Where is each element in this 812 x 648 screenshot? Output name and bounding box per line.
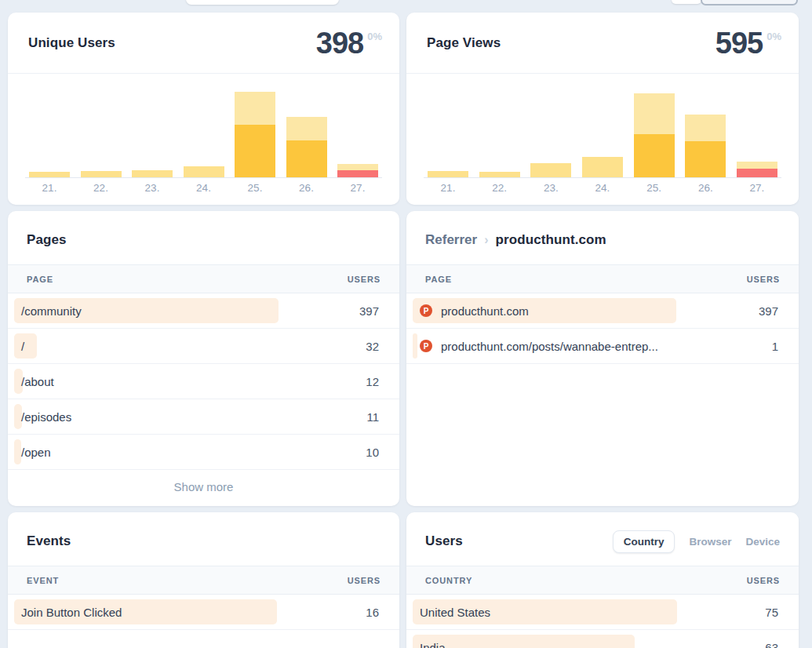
row-value: 1 bbox=[772, 340, 778, 353]
row-label: India bbox=[420, 641, 446, 648]
x-tick-label: 25. bbox=[634, 182, 675, 194]
bar-segment-amber bbox=[286, 140, 327, 178]
unique-users-header: Unique Users 398 0% bbox=[8, 13, 399, 74]
events-title: Events bbox=[27, 533, 71, 549]
row-value: 32 bbox=[366, 340, 379, 353]
bar-segment-light bbox=[184, 166, 224, 178]
x-tick-label: 24. bbox=[184, 182, 224, 194]
table-row[interactable]: /about12 bbox=[8, 364, 399, 399]
row-label: producthunt.com bbox=[441, 304, 529, 318]
chart-bar-27.[interactable] bbox=[337, 164, 378, 178]
pages-card: Pages PAGE USERS /community397/32/about1… bbox=[8, 211, 399, 506]
unique-users-x-labels: 21.22.23.24.25.26.27. bbox=[8, 178, 399, 194]
events-table-body: Join Button Clicked16 bbox=[8, 595, 399, 630]
chart-bar-26.[interactable] bbox=[286, 117, 327, 178]
bar-segment-light bbox=[286, 117, 327, 140]
cutoff-date-range-control[interactable] bbox=[186, 0, 339, 5]
row-value-bar bbox=[14, 439, 21, 464]
users-tab-country[interactable]: Country bbox=[613, 530, 675, 553]
x-tick-label: 21. bbox=[29, 182, 70, 194]
chevron-right-icon: › bbox=[484, 233, 488, 247]
bar-segment-light bbox=[737, 162, 777, 169]
x-tick-label: 27. bbox=[737, 182, 777, 194]
cutoff-toolbar-button[interactable] bbox=[672, 0, 701, 4]
pages-col-users: USERS bbox=[348, 275, 381, 284]
page-views-delta: 0% bbox=[766, 31, 781, 42]
x-tick-label: 23. bbox=[132, 182, 173, 194]
unique-users-delta: 0% bbox=[367, 31, 382, 42]
cutoff-toolbar-button-group[interactable] bbox=[701, 0, 798, 5]
referrer-selected-value: producthunt.com bbox=[495, 232, 606, 248]
table-row[interactable]: /community397 bbox=[8, 293, 399, 329]
row-value: 12 bbox=[366, 375, 379, 388]
bar-segment-light bbox=[337, 164, 378, 170]
chart-bar-25.[interactable] bbox=[634, 93, 675, 178]
x-tick-label: 22. bbox=[479, 182, 520, 194]
row-value: 397 bbox=[759, 304, 778, 318]
bar-segment-light bbox=[634, 93, 675, 134]
x-axis-line bbox=[25, 177, 382, 178]
chart-bar-26.[interactable] bbox=[685, 115, 726, 178]
users-tabs: CountryBrowserDevice bbox=[613, 530, 780, 553]
bar-segment-light bbox=[530, 163, 571, 178]
row-value-bar bbox=[413, 635, 635, 648]
table-row[interactable]: Join Button Clicked16 bbox=[8, 595, 399, 630]
page-views-card: Page Views 595 0% 21.22.23.24.25.26.27. bbox=[406, 13, 799, 205]
x-tick-label: 27. bbox=[337, 182, 378, 194]
table-row[interactable]: Pproducthunt.com397 bbox=[406, 293, 799, 329]
page-views-x-labels: 21.22.23.24.25.26.27. bbox=[406, 178, 799, 194]
events-card: Events EVENT USERS Join Button Clicked16 bbox=[8, 512, 399, 648]
producthunt-favicon-icon: P bbox=[420, 304, 432, 317]
chart-bar-24.[interactable] bbox=[582, 157, 623, 178]
show-more-button[interactable]: Show more bbox=[8, 470, 399, 504]
users-col-users: USERS bbox=[747, 576, 780, 585]
x-axis-line bbox=[424, 177, 781, 178]
x-tick-label: 22. bbox=[81, 182, 122, 194]
row-label: / bbox=[21, 340, 24, 353]
x-tick-label: 24. bbox=[582, 182, 623, 194]
x-tick-label: 21. bbox=[428, 182, 468, 194]
row-value: 397 bbox=[359, 304, 379, 318]
row-value-bar bbox=[413, 333, 417, 359]
pages-col-page: PAGE bbox=[27, 275, 53, 284]
events-col-event: EVENT bbox=[27, 576, 59, 585]
bar-segment-light bbox=[582, 157, 623, 178]
users-tab-device[interactable]: Device bbox=[745, 536, 780, 548]
producthunt-favicon-icon: P bbox=[420, 340, 432, 352]
row-value: 75 bbox=[765, 606, 778, 619]
chart-bar-23.[interactable] bbox=[530, 163, 571, 178]
row-label: Join Button Clicked bbox=[21, 606, 122, 619]
chart-bar-27.[interactable] bbox=[737, 162, 777, 178]
chart-bar-24.[interactable] bbox=[184, 166, 224, 178]
table-row[interactable]: India63 bbox=[406, 630, 799, 648]
users-title: Users bbox=[425, 533, 463, 549]
unique-users-value: 398 bbox=[316, 28, 363, 58]
row-value: 16 bbox=[366, 606, 379, 619]
unique-users-card: Unique Users 398 0% 21.22.23.24.25.26.27… bbox=[8, 13, 399, 205]
x-tick-label: 26. bbox=[286, 182, 327, 194]
users-card: Users CountryBrowserDevice COUNTRY USERS… bbox=[406, 512, 799, 648]
table-row[interactable]: /open10 bbox=[8, 435, 399, 470]
bar-segment-amber bbox=[235, 125, 275, 178]
pages-table-body: /community397/32/about12/episodes11/open… bbox=[8, 293, 399, 470]
row-value: 63 bbox=[765, 641, 778, 648]
x-tick-label: 25. bbox=[235, 182, 275, 194]
unique-users-chart bbox=[8, 74, 399, 178]
chart-bar-25.[interactable] bbox=[235, 92, 275, 178]
row-value-bar bbox=[14, 333, 37, 359]
x-tick-label: 26. bbox=[685, 182, 726, 194]
referrer-col-users: USERS bbox=[747, 275, 780, 284]
table-row[interactable]: Pproducthunt.com/posts/wannabe-entrep...… bbox=[406, 329, 799, 364]
breadcrumb-referrer-link[interactable]: Referrer bbox=[425, 232, 477, 248]
table-row[interactable]: /episodes11 bbox=[8, 399, 399, 435]
users-table-body: United States75India63 bbox=[406, 595, 799, 648]
row-label: /open bbox=[21, 446, 51, 459]
row-label: /episodes bbox=[21, 410, 71, 424]
unique-users-title: Unique Users bbox=[28, 35, 115, 51]
table-row[interactable]: /32 bbox=[8, 329, 399, 364]
row-label: producthunt.com/posts/wannabe-entrep... bbox=[441, 340, 658, 353]
referrer-table-body: Pproducthunt.com397Pproducthunt.com/post… bbox=[406, 293, 799, 364]
table-row[interactable]: United States75 bbox=[406, 595, 799, 630]
events-col-users: USERS bbox=[348, 576, 381, 585]
users-tab-browser[interactable]: Browser bbox=[689, 536, 731, 548]
